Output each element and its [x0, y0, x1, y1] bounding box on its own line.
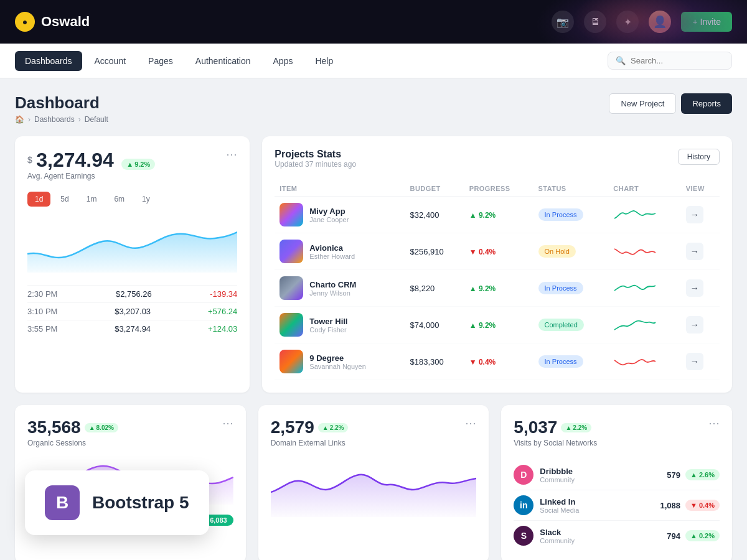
row1-change: -139.34	[210, 289, 237, 299]
cell-status-charto: In Process	[533, 270, 609, 307]
project-person-avionica: Esther Howard	[309, 253, 355, 260]
cell-budget-avionica: $256,910	[405, 233, 464, 270]
col-progress: PROGRESS	[464, 181, 533, 197]
cell-item-9degree: 9 Degree Savannah Nguyen	[275, 343, 405, 380]
dribbble-name: Dribbble	[540, 467, 575, 476]
view-mivy-btn[interactable]: →	[686, 206, 703, 223]
sep1: ›	[28, 115, 31, 124]
organic-sessions-label: Organic Sessions	[27, 439, 118, 447]
projects-title-area: Projects Stats Updated 37 minutes ago	[275, 149, 356, 179]
projects-updated: Updated 37 minutes ago	[275, 160, 356, 169]
filter-1m[interactable]: 1m	[79, 192, 105, 207]
dribbble-info: D Dribbble Community	[514, 465, 575, 485]
cell-progress-9degree: ▼ 0.4%	[464, 343, 533, 380]
earnings-amount: 3,274.94	[36, 149, 114, 171]
row2-time: 3:10 PM	[27, 307, 57, 316]
share-icon-btn[interactable]: ✦	[616, 11, 639, 33]
view-9degree-btn[interactable]: →	[686, 353, 703, 370]
view-charto-btn[interactable]: →	[686, 279, 703, 297]
row2-amount: $3,207.03	[115, 307, 151, 316]
view-tower-btn[interactable]: →	[686, 316, 703, 334]
cell-view-avionica: →	[681, 233, 720, 270]
row1-time: 2:30 PM	[27, 289, 57, 299]
social-number: 5,037	[514, 418, 557, 437]
social-more-button[interactable]: ⋯	[708, 418, 720, 429]
new-project-button[interactable]: New Project	[609, 93, 676, 114]
thumb-9degree	[280, 350, 303, 373]
nav-authentication[interactable]: Authentication	[186, 51, 261, 71]
filter-1d[interactable]: 1d	[27, 192, 50, 207]
cell-progress-avionica: ▼ 0.4%	[464, 233, 533, 270]
project-name-mivy: Mivy App	[309, 207, 349, 216]
earnings-label: Avg. Agent Earnings	[27, 172, 155, 180]
earnings-header: $ 3,274.94 ▲ 9.2% Avg. Agent Earnings ⋯	[27, 149, 237, 189]
slack-change: ▲ 0.2%	[685, 530, 720, 541]
slack-type: Community	[540, 537, 575, 544]
slack-name: Slack	[540, 528, 575, 537]
earnings-currency: $	[27, 155, 32, 165]
nav-apps[interactable]: Apps	[263, 51, 303, 71]
earnings-amount-row: $ 3,274.94 ▲ 9.2%	[27, 149, 155, 172]
dribbble-count: 579	[667, 470, 680, 480]
col-status: STATUS	[533, 181, 609, 197]
nav-account[interactable]: Account	[85, 51, 136, 71]
nav-help[interactable]: Help	[305, 51, 343, 71]
earnings-rows: 2:30 PM $2,756.26 -139.34 3:10 PM $3,207…	[27, 285, 237, 337]
screen-icon-btn[interactable]: 🖥	[584, 11, 606, 33]
reports-button[interactable]: Reports	[681, 93, 732, 114]
bootstrap-icon: B	[45, 485, 80, 520]
projects-title: Projects Stats	[275, 149, 356, 160]
earnings-amount-area: $ 3,274.94 ▲ 9.2% Avg. Agent Earnings	[27, 149, 155, 189]
earnings-card: $ 3,274.94 ▲ 9.2% Avg. Agent Earnings ⋯ …	[15, 136, 250, 393]
cell-chart-charto	[608, 270, 680, 307]
logo-icon: ●	[15, 12, 35, 32]
view-avionica-btn[interactable]: →	[686, 243, 703, 260]
cell-budget-tower: $74,000	[405, 307, 464, 343]
history-button[interactable]: History	[678, 149, 720, 165]
project-person-9degree: Savannah Nguyen	[309, 363, 366, 370]
cell-budget-charto: $8,220	[405, 270, 464, 307]
search-input[interactable]	[631, 56, 724, 65]
nav-pages[interactable]: Pages	[138, 51, 183, 71]
home-icon: 🏠	[15, 115, 24, 124]
earnings-more-button[interactable]: ⋯	[226, 149, 237, 160]
filter-6m[interactable]: 6m	[106, 192, 132, 207]
camera-icon-btn[interactable]: 📷	[552, 11, 574, 33]
row1-amount: $2,756.26	[116, 289, 152, 299]
sep2: ›	[78, 115, 81, 124]
domain-links-label: Domain External Links	[271, 439, 349, 447]
linkedin-icon: in	[514, 495, 533, 515]
cell-progress-mivy: ▲ 9.2%	[464, 197, 533, 233]
linkedin-change: ▼ 0.4%	[685, 500, 720, 511]
earnings-row-2: 3:10 PM $3,207.03 +576.24	[27, 302, 237, 320]
row3-time: 3:55 PM	[27, 324, 57, 334]
page-actions: New Project Reports	[609, 93, 732, 114]
slack-count: 794	[667, 531, 680, 541]
sub-navbar: Dashboards Account Pages Authentication …	[0, 44, 747, 78]
thumb-charto	[280, 276, 303, 300]
table-row: Mivy App Jane Cooper $32,400 ▲ 9.2% In P…	[275, 197, 720, 233]
nav-dashboards[interactable]: Dashboards	[15, 51, 82, 71]
organic-more-button[interactable]: ⋯	[222, 418, 233, 429]
earnings-row-1: 2:30 PM $2,756.26 -139.34	[27, 285, 237, 302]
domain-links-card: 2,579 ▲ 2.2% Domain External Links ⋯	[258, 405, 489, 560]
project-name-tower: Tower Hill	[309, 317, 347, 326]
linkedin-count: 1,088	[660, 501, 680, 510]
filter-1y[interactable]: 1y	[134, 192, 157, 207]
search-box: 🔍	[608, 52, 732, 70]
invite-button[interactable]: + Invite	[681, 12, 732, 32]
domain-more-button[interactable]: ⋯	[465, 418, 476, 429]
social-item-dribbble: D Dribbble Community 579 ▲ 2.6%	[514, 460, 720, 490]
title-area: Dashboard 🏠 › Dashboards › Default	[15, 93, 108, 124]
filter-5d[interactable]: 5d	[53, 192, 76, 207]
col-chart: CHART	[608, 181, 680, 197]
avatar[interactable]: 👤	[649, 11, 671, 33]
slack-info: S Slack Community	[514, 526, 575, 546]
top-cards-row: $ 3,274.94 ▲ 9.2% Avg. Agent Earnings ⋯ …	[15, 136, 732, 393]
earnings-badge: ▲ 9.2%	[121, 159, 155, 170]
cell-chart-mivy	[608, 197, 680, 233]
linkedin-name: Linked In	[540, 497, 579, 506]
col-budget: BUDGET	[405, 181, 464, 197]
social-item-slack: S Slack Community 794 ▲ 0.2%	[514, 521, 720, 551]
cell-status-tower: Completed	[533, 307, 609, 343]
